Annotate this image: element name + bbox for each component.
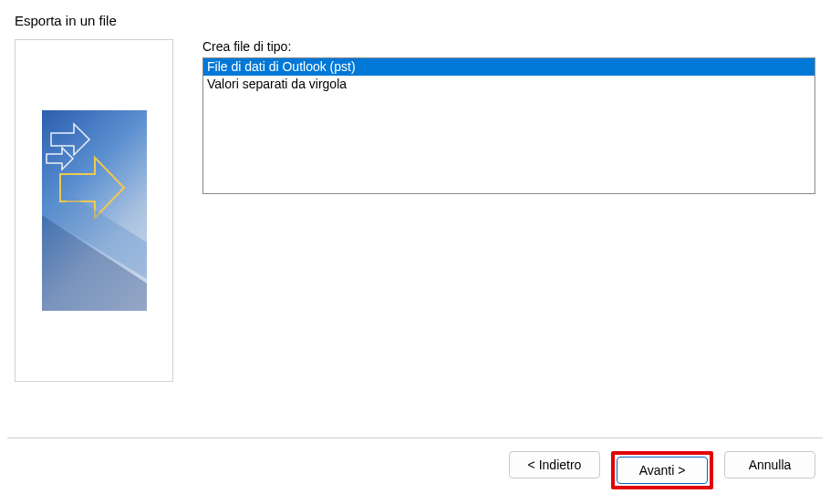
wizard-image-panel bbox=[15, 39, 173, 382]
file-type-label: Crea file di tipo: bbox=[202, 39, 815, 54]
file-type-option[interactable]: File di dati di Outlook (pst) bbox=[203, 58, 814, 76]
next-button[interactable]: Avanti > bbox=[617, 457, 708, 484]
file-type-panel: Crea file di tipo: File di dati di Outlo… bbox=[202, 39, 815, 437]
next-button-highlight: Avanti > bbox=[611, 451, 713, 489]
back-button[interactable]: < Indietro bbox=[509, 451, 600, 478]
wizard-buttons: < Indietro Avanti > Annulla bbox=[0, 438, 830, 504]
dialog-title: Esporta in un file bbox=[0, 0, 830, 36]
cancel-button[interactable]: Annulla bbox=[724, 451, 815, 478]
file-type-listbox[interactable]: File di dati di Outlook (pst)Valori sepa… bbox=[202, 57, 815, 194]
export-arrow-graphic bbox=[42, 110, 147, 311]
dialog-content: Crea file di tipo: File di dati di Outlo… bbox=[0, 36, 830, 437]
file-type-option[interactable]: Valori separati da virgola bbox=[203, 76, 814, 93]
export-wizard-dialog: Esporta in un file bbox=[0, 0, 830, 504]
